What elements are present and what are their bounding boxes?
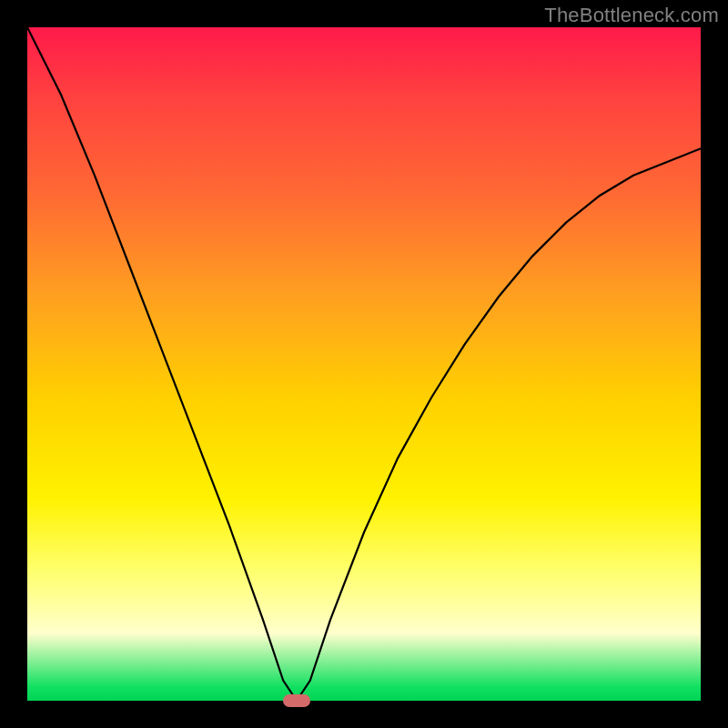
plot-area [27,27,701,701]
chart-frame: TheBottleneck.com [0,0,728,728]
curve-svg [27,27,701,701]
optimal-marker [283,694,310,707]
watermark-text: TheBottleneck.com [544,4,719,27]
bottleneck-curve [27,27,701,701]
